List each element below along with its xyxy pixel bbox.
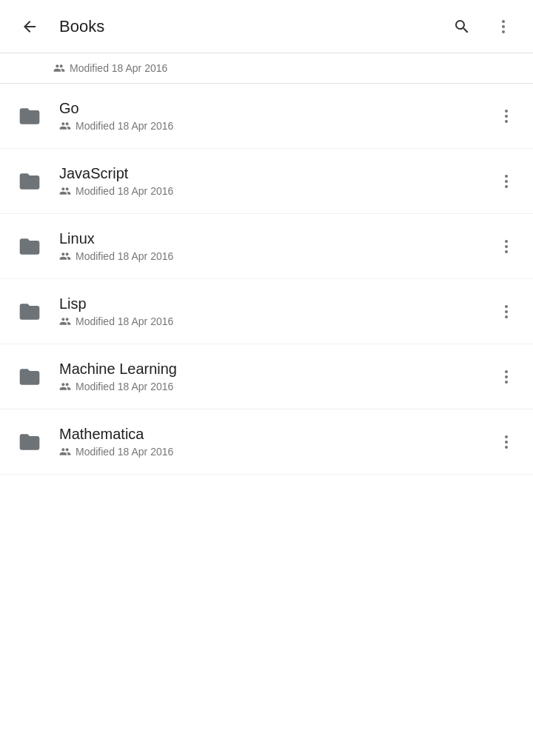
folder-svg <box>16 300 44 324</box>
list-item[interactable]: Go Modified 18 Apr 2016 <box>0 84 533 149</box>
list-item[interactable]: JavaScript Modified 18 Apr 2016 <box>0 149 533 214</box>
back-button[interactable] <box>12 9 47 44</box>
item-content: Go Modified 18 Apr 2016 <box>59 100 492 132</box>
back-icon <box>21 18 38 36</box>
item-content: Machine Learning Modified 18 Apr 2016 <box>59 361 492 392</box>
folder-svg <box>16 430 44 454</box>
page-title: Books <box>59 17 444 36</box>
list-item[interactable]: Linux Modified 18 Apr 2016 <box>0 214 533 279</box>
search-icon <box>453 18 471 36</box>
shared-icon <box>59 381 71 392</box>
folder-icon <box>12 294 47 330</box>
item-more-button[interactable] <box>492 232 521 261</box>
item-meta: Modified 18 Apr 2016 <box>59 250 492 262</box>
folder-svg <box>16 365 44 389</box>
folder-icon <box>12 98 47 134</box>
item-more-button[interactable] <box>492 297 521 327</box>
item-name: Mathematica <box>59 426 492 443</box>
item-modified: Modified 18 Apr 2016 <box>76 250 173 262</box>
item-name: Go <box>59 100 492 117</box>
header-actions <box>444 9 521 44</box>
item-more-button[interactable] <box>492 101 521 131</box>
list-item[interactable]: Lisp Modified 18 Apr 2016 <box>0 279 533 344</box>
vertical-dots-icon <box>505 110 508 123</box>
item-content: JavaScript Modified 18 Apr 2016 <box>59 165 492 197</box>
item-content: Mathematica Modified 18 Apr 2016 <box>59 426 492 458</box>
folder-svg <box>16 104 44 128</box>
item-name: JavaScript <box>59 165 492 182</box>
folder-icon <box>12 359 47 395</box>
app-header: Books <box>0 0 533 53</box>
item-modified: Modified 18 Apr 2016 <box>76 315 173 327</box>
item-modified: Modified 18 Apr 2016 <box>76 120 173 132</box>
search-button[interactable] <box>444 9 480 44</box>
vertical-dots-icon <box>505 175 508 188</box>
item-modified: Modified 18 Apr 2016 <box>76 381 173 392</box>
item-meta: Modified 18 Apr 2016 <box>59 446 492 458</box>
item-meta: Modified 18 Apr 2016 <box>59 185 492 197</box>
folder-svg <box>16 235 44 258</box>
item-name: Lisp <box>59 295 492 312</box>
list-item[interactable]: Machine Learning Modified 18 Apr 2016 <box>0 344 533 409</box>
item-modified: Modified 18 Apr 2016 <box>76 446 173 458</box>
item-modified: Modified 18 Apr 2016 <box>76 185 173 197</box>
vertical-dots-icon <box>502 20 505 33</box>
item-name: Linux <box>59 230 492 247</box>
item-meta: Modified 18 Apr 2016 <box>59 381 492 392</box>
item-meta: Modified 18 Apr 2016 <box>59 120 492 132</box>
item-name: Machine Learning <box>59 361 492 378</box>
folder-icon <box>12 229 47 264</box>
vertical-dots-icon <box>505 240 508 253</box>
vertical-dots-icon <box>505 370 508 384</box>
item-more-button[interactable] <box>492 362 521 392</box>
folder-icon <box>12 424 47 460</box>
shared-icon <box>59 446 71 458</box>
item-meta: Modified 18 Apr 2016 <box>59 315 492 327</box>
file-list: Go Modified 18 Apr 2016 JavaScript <box>0 84 533 475</box>
folder-icon <box>12 164 47 199</box>
item-content: Linux Modified 18 Apr 2016 <box>59 230 492 262</box>
shared-icon <box>53 62 65 74</box>
item-more-button[interactable] <box>492 167 521 196</box>
shared-icon <box>59 315 71 327</box>
item-content: Lisp Modified 18 Apr 2016 <box>59 295 492 327</box>
folder-svg <box>16 170 44 193</box>
vertical-dots-icon <box>505 435 508 449</box>
shared-icon <box>59 185 71 197</box>
partial-list-item: Modified 18 Apr 2016 <box>0 53 533 84</box>
list-item[interactable]: Mathematica Modified 18 Apr 2016 <box>0 409 533 475</box>
shared-icon <box>59 250 71 262</box>
shared-icon <box>59 120 71 132</box>
vertical-dots-icon <box>505 305 508 318</box>
partial-item-meta: Modified 18 Apr 2016 <box>53 62 167 74</box>
item-more-button[interactable] <box>492 427 521 457</box>
partial-item-modified: Modified 18 Apr 2016 <box>70 62 167 74</box>
overflow-menu-button[interactable] <box>486 9 521 44</box>
